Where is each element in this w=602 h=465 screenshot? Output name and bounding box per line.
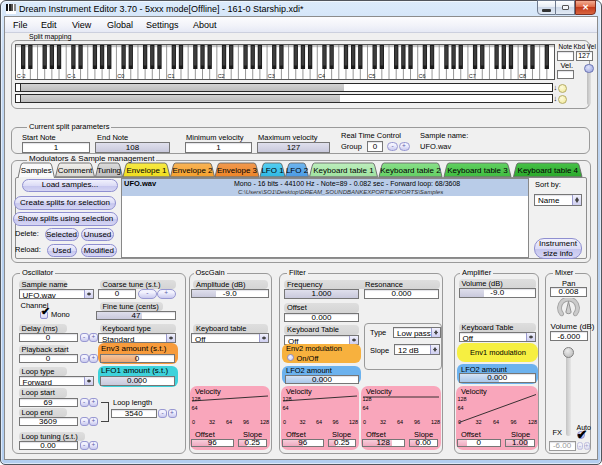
svg-text:Keyboard table 1: Keyboard table 1 (313, 166, 374, 175)
svg-text:C3: C3 (268, 72, 275, 78)
svg-text:C6: C6 (419, 72, 426, 78)
svg-text:Envelope 2: Envelope 2 (172, 166, 213, 175)
svg-text:C2: C2 (218, 72, 225, 78)
svg-text:Samples: Samples (21, 166, 52, 175)
svg-text:C-2: C-2 (17, 72, 26, 78)
svg-text:C1: C1 (167, 72, 174, 78)
svg-text:C5: C5 (368, 72, 375, 78)
svg-text:Keyboard table 2: Keyboard table 2 (380, 166, 441, 175)
svg-text:C4: C4 (318, 72, 325, 78)
svg-text:Comment: Comment (58, 166, 93, 175)
svg-text:C7: C7 (469, 72, 476, 78)
svg-text:Tuning: Tuning (97, 166, 121, 175)
svg-text:C8: C8 (519, 72, 526, 78)
svg-text:C0: C0 (117, 72, 124, 78)
svg-text:Keyboard table 4: Keyboard table 4 (518, 166, 579, 175)
svg-text:Envelope 1: Envelope 1 (126, 166, 167, 175)
svg-text:Envelope 3: Envelope 3 (217, 166, 258, 175)
svg-text:LFO 2: LFO 2 (286, 166, 309, 175)
svg-text:C-1: C-1 (67, 72, 76, 78)
svg-text:Keyboard table 3: Keyboard table 3 (447, 166, 508, 175)
svg-text:LFO 1: LFO 1 (261, 166, 284, 175)
